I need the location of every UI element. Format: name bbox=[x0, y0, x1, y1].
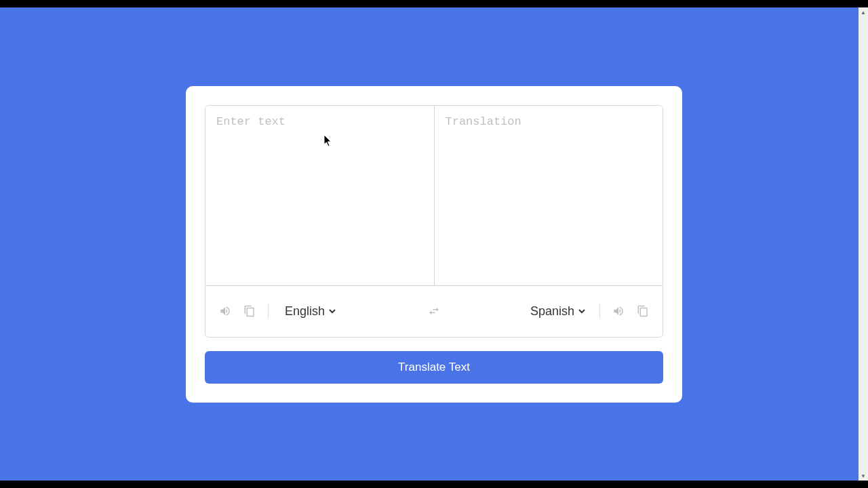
divider bbox=[268, 304, 269, 319]
translator-card: English Spanish bbox=[186, 86, 682, 403]
letterbox-top bbox=[0, 0, 868, 7]
controls-row: English Spanish bbox=[205, 285, 663, 337]
text-row bbox=[205, 106, 663, 285]
scrollbar-down-icon[interactable]: ▼ bbox=[859, 471, 868, 481]
target-language-select[interactable]: Spanish bbox=[526, 301, 587, 321]
swap-center bbox=[420, 305, 448, 317]
divider bbox=[599, 304, 600, 319]
translate-button[interactable]: Translate Text bbox=[205, 351, 663, 384]
letterbox-bottom bbox=[0, 481, 868, 488]
source-text-input[interactable] bbox=[205, 106, 434, 285]
speaker-target-icon[interactable] bbox=[612, 305, 625, 317]
source-language-select[interactable]: English bbox=[281, 301, 338, 321]
text-container: English Spanish bbox=[205, 105, 663, 338]
scrollbar-track[interactable]: ▲ ▼ bbox=[859, 7, 868, 481]
controls-left: English bbox=[219, 301, 420, 321]
speaker-source-icon[interactable] bbox=[219, 305, 231, 317]
viewport: ▲ ▼ English bbox=[0, 7, 868, 481]
controls-right: Spanish bbox=[448, 301, 649, 321]
copy-target-icon[interactable] bbox=[637, 305, 649, 317]
translation-output[interactable] bbox=[434, 106, 663, 285]
copy-source-icon[interactable] bbox=[243, 305, 256, 317]
scrollbar-up-icon[interactable]: ▲ bbox=[859, 7, 868, 17]
swap-languages-icon[interactable] bbox=[428, 305, 440, 317]
